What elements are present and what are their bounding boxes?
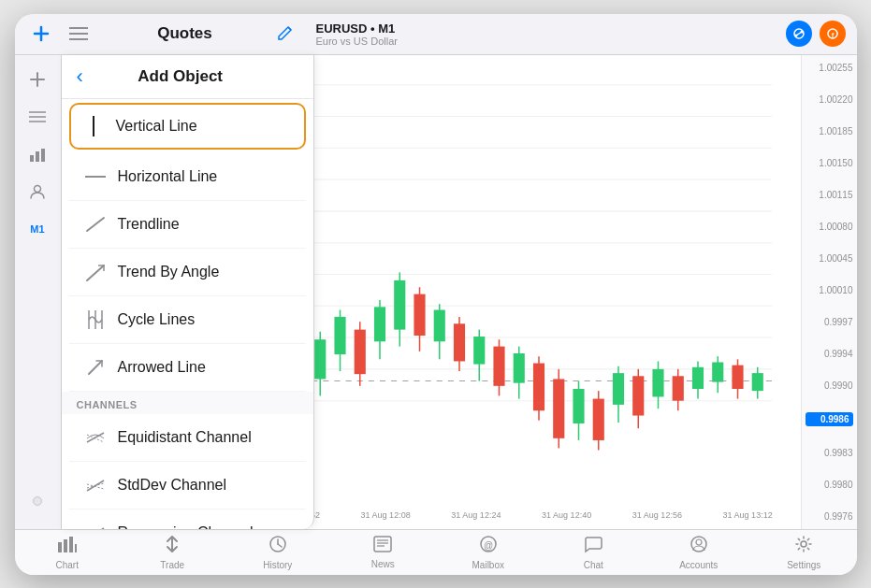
list-item-stddev-channel[interactable]: StdDev Channel bbox=[69, 462, 306, 509]
tab-mailbox[interactable]: @ Mailbox bbox=[436, 530, 542, 575]
chat-tab-label: Chat bbox=[584, 560, 603, 570]
tab-news[interactable]: News bbox=[330, 530, 436, 575]
svg-rect-132 bbox=[69, 537, 73, 552]
svg-point-7 bbox=[794, 35, 797, 37]
price-11: 0.9990 bbox=[806, 380, 853, 391]
price-15: 0.9976 bbox=[806, 511, 853, 522]
sidebar-chart[interactable] bbox=[21, 137, 54, 171]
settings-tab-icon bbox=[794, 535, 813, 558]
svg-rect-125 bbox=[712, 362, 723, 381]
chart-tab-label: Chart bbox=[56, 560, 79, 570]
svg-rect-138 bbox=[374, 537, 391, 552]
svg-line-22 bbox=[87, 218, 104, 231]
svg-text:@: @ bbox=[484, 539, 493, 550]
sidebar-person[interactable] bbox=[21, 175, 54, 208]
cycle-lines-icon bbox=[84, 308, 107, 331]
top-bar: Quotes EURUSD • M1 Euro vs US Dollar bbox=[15, 14, 857, 55]
cycle-lines-label: Cycle Lines bbox=[118, 311, 291, 328]
tab-settings[interactable]: Settings bbox=[751, 530, 857, 575]
sidebar-bars[interactable] bbox=[21, 100, 54, 134]
tab-chart[interactable]: Chart bbox=[15, 530, 121, 575]
arrowed-line-icon bbox=[84, 356, 107, 379]
svg-rect-97 bbox=[433, 309, 444, 341]
time-label-8: 31 Aug 13:12 bbox=[723, 510, 773, 520]
arrowed-line-label: Arrowed Line bbox=[118, 359, 291, 376]
panel-header: ‹ Add Object bbox=[62, 55, 313, 99]
sidebar-m1[interactable]: M1 bbox=[21, 212, 54, 246]
svg-line-33 bbox=[87, 528, 104, 529]
vertical-line-label: Vertical Line bbox=[116, 118, 293, 135]
tab-bar: Chart Trade History bbox=[15, 529, 857, 575]
equidistant-channel-label: Equidistant Channel bbox=[118, 429, 291, 446]
tab-chat[interactable]: Chat bbox=[541, 530, 646, 575]
horizontal-line-icon bbox=[84, 165, 107, 188]
price-14: 0.9980 bbox=[806, 480, 853, 490]
svg-rect-103 bbox=[493, 346, 504, 385]
sidebar-dot[interactable] bbox=[21, 488, 54, 522]
list-item-trend-by-angle[interactable]: Trend By Angle bbox=[69, 249, 306, 296]
news-tab-icon bbox=[373, 536, 392, 557]
list-item-arrowed-line[interactable]: Arrowed Line bbox=[69, 344, 306, 392]
chart-pair: EURUSD • M1 bbox=[316, 22, 398, 36]
accounts-tab-label: Accounts bbox=[679, 560, 718, 570]
price-10: 0.9994 bbox=[806, 349, 853, 359]
list-item-equidistant-channel[interactable]: Equidistant Channel bbox=[69, 414, 306, 462]
trend-by-angle-label: Trend By Angle bbox=[118, 264, 291, 280]
svg-rect-113 bbox=[592, 398, 603, 439]
svg-text:f: f bbox=[831, 31, 834, 39]
price-current: 0.9986 bbox=[806, 412, 853, 426]
svg-rect-17 bbox=[36, 151, 39, 162]
indicator-button-orange[interactable]: f bbox=[820, 21, 846, 47]
list-item-regression-channel[interactable]: Regression Channel bbox=[69, 509, 306, 529]
price-3: 1.00185 bbox=[806, 126, 853, 136]
svg-rect-111 bbox=[573, 389, 584, 423]
svg-rect-99 bbox=[453, 323, 464, 361]
chart-subtitle: Euro vs US Dollar bbox=[316, 36, 398, 47]
trendline-icon bbox=[84, 213, 107, 236]
tab-accounts[interactable]: Accounts bbox=[646, 530, 752, 575]
svg-point-19 bbox=[35, 185, 41, 192]
svg-rect-89 bbox=[354, 329, 365, 374]
edit-button[interactable] bbox=[277, 24, 294, 44]
svg-rect-85 bbox=[314, 339, 326, 379]
svg-line-137 bbox=[278, 544, 282, 547]
main-area: M1 ‹ Add Object Vertical L bbox=[15, 55, 857, 529]
add-button[interactable] bbox=[26, 19, 56, 49]
price-13: 0.9983 bbox=[806, 448, 853, 458]
quotes-title: Quotes bbox=[94, 24, 277, 43]
chat-tab-icon bbox=[584, 535, 602, 558]
indicator-button-blue[interactable] bbox=[786, 21, 812, 47]
tab-trade[interactable]: Trade bbox=[120, 530, 225, 575]
svg-rect-93 bbox=[394, 280, 405, 329]
price-1: 1.00255 bbox=[806, 63, 853, 73]
sidebar-add[interactable] bbox=[21, 63, 54, 96]
menu-button[interactable] bbox=[64, 19, 94, 49]
svg-rect-91 bbox=[373, 307, 385, 341]
svg-rect-107 bbox=[532, 363, 544, 410]
svg-rect-129 bbox=[751, 373, 762, 391]
equidistant-channel-icon bbox=[84, 426, 107, 449]
mailbox-tab-icon: @ bbox=[479, 535, 498, 558]
price-4: 1.00150 bbox=[806, 158, 853, 168]
list-item-trendline[interactable]: Trendline bbox=[69, 201, 306, 249]
svg-point-8 bbox=[800, 31, 803, 34]
chart-tab-icon bbox=[57, 535, 78, 558]
svg-rect-87 bbox=[334, 316, 345, 353]
trade-tab-label: Trade bbox=[160, 560, 184, 570]
svg-rect-109 bbox=[553, 379, 564, 437]
svg-line-27 bbox=[89, 361, 102, 374]
svg-rect-121 bbox=[672, 376, 683, 400]
price-5: 1.00115 bbox=[806, 190, 853, 200]
time-label-7: 31 Aug 12:56 bbox=[632, 510, 682, 520]
trendline-label: Trendline bbox=[118, 216, 291, 233]
list-item-cycle-lines[interactable]: Cycle Lines bbox=[69, 296, 306, 344]
tab-history[interactable]: History bbox=[225, 530, 331, 575]
list-item-vertical-line[interactable]: Vertical Line bbox=[69, 103, 306, 150]
svg-rect-115 bbox=[612, 373, 623, 405]
chart-header: EURUSD • M1 Euro vs US Dollar f bbox=[305, 14, 857, 54]
back-button[interactable]: ‹ bbox=[77, 66, 83, 87]
svg-rect-95 bbox=[414, 294, 425, 335]
left-header-icons bbox=[26, 19, 94, 49]
list-item-horizontal-line[interactable]: Horizontal Line bbox=[69, 153, 306, 201]
time-label-5: 31 Aug 12:24 bbox=[451, 510, 501, 520]
